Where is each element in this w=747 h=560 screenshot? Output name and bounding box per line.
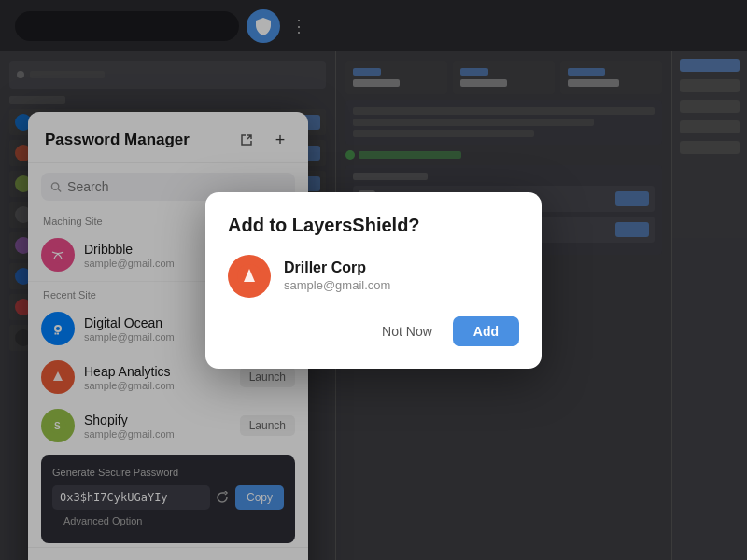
add-dialog: Add to LayersShield? Driller Corp sample…	[205, 192, 542, 369]
add-button[interactable]: Add	[453, 316, 519, 346]
dialog-title: Add to LayersShield?	[228, 215, 519, 236]
dialog-item-name: Driller Corp	[284, 259, 390, 276]
dialog-item-email: sample@gmail.com	[284, 278, 390, 292]
dialog-item: Driller Corp sample@gmail.com	[228, 255, 519, 298]
dialog-overlay: Add to LayersShield? Driller Corp sample…	[0, 0, 747, 560]
dialog-actions: Not Now Add	[228, 316, 519, 346]
dialog-item-info: Driller Corp sample@gmail.com	[284, 259, 390, 292]
not-now-button[interactable]: Not Now	[373, 318, 442, 344]
dialog-avatar	[228, 255, 271, 298]
